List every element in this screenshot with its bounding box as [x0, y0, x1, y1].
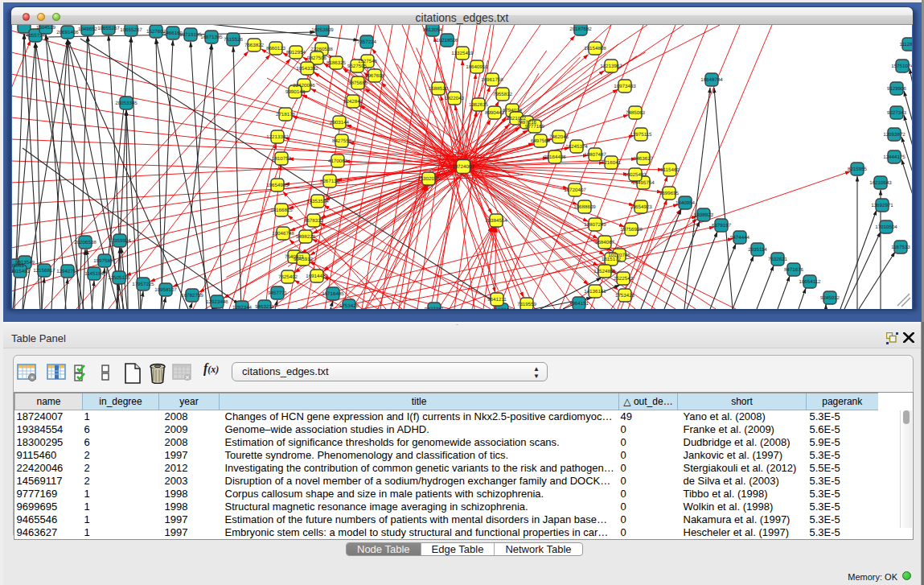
svg-text:9990143: 9990143 — [285, 89, 306, 95]
svg-text:20187682: 20187682 — [569, 27, 592, 32]
svg-text:3915491: 3915491 — [12, 269, 31, 274]
svg-text:14353594: 14353594 — [306, 199, 329, 204]
svg-text:10719185: 10719185 — [179, 32, 202, 38]
svg-text:10807487: 10807487 — [584, 152, 606, 158]
svg-text:12942757: 12942757 — [56, 269, 79, 274]
svg-text:1753426: 1753426 — [615, 293, 635, 299]
svg-text:9463627: 9463627 — [634, 156, 654, 162]
svg-text:8427552: 8427552 — [332, 138, 352, 144]
svg-text:1145194: 1145194 — [84, 271, 104, 277]
svg-text:17957225: 17957225 — [132, 282, 154, 287]
svg-text:9827506: 9827506 — [307, 56, 327, 61]
svg-text:7357224: 7357224 — [357, 39, 377, 45]
svg-text:12213967: 12213967 — [600, 64, 622, 69]
svg-text:9227343: 9227343 — [887, 110, 907, 116]
svg-text:1615172: 1615172 — [602, 257, 622, 262]
svg-text:20164436: 20164436 — [544, 154, 566, 160]
svg-text:9457771: 9457771 — [268, 290, 288, 296]
svg-text:9684067: 9684067 — [595, 240, 615, 245]
svg-text:17359924: 17359924 — [109, 238, 131, 244]
svg-text:9245012: 9245012 — [820, 295, 840, 301]
svg-text:7485063: 7485063 — [626, 110, 646, 116]
svg-text:4170063: 4170063 — [328, 159, 348, 164]
svg-text:8813054: 8813054 — [423, 27, 443, 33]
svg-text:9498222: 9498222 — [296, 234, 316, 240]
svg-text:4055724: 4055724 — [26, 33, 46, 39]
svg-text:6794024: 6794024 — [503, 108, 523, 113]
svg-text:9474444: 9474444 — [730, 235, 750, 241]
svg-text:20691406: 20691406 — [56, 30, 79, 35]
svg-text:1822043: 1822043 — [445, 96, 465, 101]
svg-text:12923446: 12923446 — [206, 299, 228, 305]
svg-text:10046748: 10046748 — [272, 231, 294, 237]
svg-text:8215955: 8215955 — [848, 167, 868, 172]
svg-text:12093872: 12093872 — [883, 132, 906, 138]
svg-text:1753426: 1753426 — [339, 303, 359, 309]
svg-text:16053809: 16053809 — [311, 27, 334, 33]
svg-text:19654923: 19654923 — [630, 204, 652, 210]
svg-text:15720407: 15720407 — [564, 187, 586, 193]
svg-text:5938923: 5938923 — [694, 212, 714, 218]
svg-text:10218506: 10218506 — [436, 38, 458, 43]
svg-text:8471676: 8471676 — [784, 267, 804, 273]
svg-text:12975115: 12975115 — [630, 132, 652, 138]
svg-text:7663822: 7663822 — [244, 43, 265, 48]
svg-text:6497568: 6497568 — [531, 138, 551, 144]
svg-text:1810753: 1810753 — [272, 156, 292, 162]
svg-text:1362615: 1362615 — [469, 102, 489, 108]
svg-text:18807249: 18807249 — [584, 222, 606, 228]
svg-text:2718176: 2718176 — [276, 112, 296, 117]
svg-text:13524851: 13524851 — [593, 269, 616, 274]
svg-text:8678332: 8678332 — [304, 218, 324, 224]
svg-text:19654985: 19654985 — [266, 183, 289, 188]
svg-text:8660123: 8660123 — [266, 46, 286, 51]
svg-text:9527505: 9527505 — [347, 64, 368, 69]
svg-text:9242843: 9242843 — [343, 99, 363, 105]
svg-text:7955812: 7955812 — [493, 92, 513, 97]
svg-text:12505135: 12505135 — [108, 275, 130, 281]
svg-text:16961758: 16961758 — [481, 77, 503, 83]
svg-text:9777169: 9777169 — [525, 124, 545, 130]
svg-text:13325419: 13325419 — [451, 51, 474, 56]
svg-text:2935114: 2935114 — [748, 247, 767, 253]
svg-text:19384554: 19384554 — [485, 218, 507, 224]
svg-text:16495754: 16495754 — [632, 180, 655, 186]
svg-text:10025483: 10025483 — [624, 172, 647, 178]
svg-text:8990443: 8990443 — [485, 110, 505, 116]
svg-text:16648784: 16648784 — [700, 77, 723, 83]
svg-text:7632621: 7632621 — [768, 257, 788, 262]
svg-text:9115460: 9115460 — [660, 167, 680, 173]
svg-text:6216041: 6216041 — [602, 160, 622, 166]
svg-text:12156817: 12156817 — [33, 268, 55, 274]
svg-text:9913549: 9913549 — [15, 260, 35, 266]
svg-text:2522543: 2522543 — [614, 276, 634, 282]
svg-text:2903144: 2903144 — [330, 120, 350, 126]
svg-text:7462046: 7462046 — [549, 134, 569, 140]
svg-text:20206538: 20206538 — [74, 240, 97, 245]
svg-text:19756928: 19756928 — [620, 227, 643, 233]
svg-text:8912954: 8912954 — [286, 50, 306, 56]
svg-text:7625402: 7625402 — [278, 274, 298, 280]
svg-text:9129906: 9129906 — [887, 86, 907, 92]
svg-text:1049652: 1049652 — [78, 27, 98, 32]
svg-text:12444175: 12444175 — [883, 154, 906, 160]
svg-text:1112845: 1112845 — [899, 42, 912, 47]
svg-text:1504519: 1504519 — [36, 25, 56, 31]
svg-text:7319559: 7319559 — [517, 302, 537, 307]
svg-text:22420046: 22420046 — [293, 83, 315, 89]
svg-text:9641211: 9641211 — [487, 297, 507, 303]
svg-text:10688609: 10688609 — [573, 204, 596, 210]
svg-text:16210643: 16210643 — [869, 180, 892, 186]
svg-text:15302075: 15302075 — [417, 176, 440, 182]
svg-text:10543382: 10543382 — [296, 66, 318, 72]
svg-text:17010504: 17010504 — [875, 225, 897, 230]
svg-text:8267130: 8267130 — [320, 179, 340, 184]
svg-text:1167533: 1167533 — [891, 245, 910, 250]
svg-text:10654112: 10654112 — [799, 279, 821, 285]
svg-text:15716485: 15716485 — [322, 291, 344, 297]
svg-text:7515526: 7515526 — [224, 37, 244, 43]
svg-text:1640954: 1640954 — [676, 200, 696, 206]
svg-text:18724007: 18724007 — [452, 164, 474, 170]
svg-text:3875685: 3875685 — [348, 80, 368, 86]
svg-text:13692971: 13692971 — [871, 203, 893, 208]
